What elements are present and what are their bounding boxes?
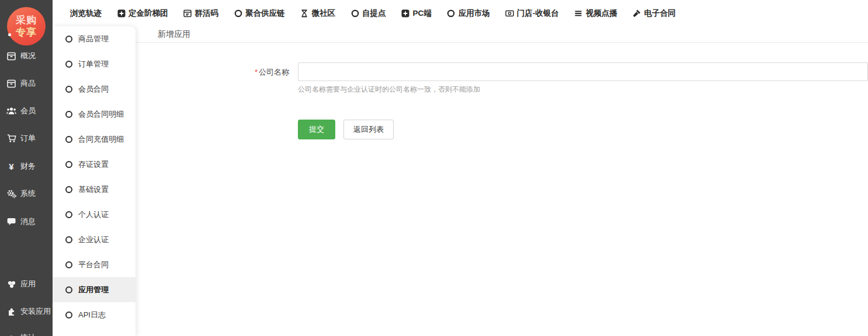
page-title: 新增应用: [136, 26, 868, 43]
submenu-item-label: 合同充值明细: [78, 134, 124, 145]
sidebar-item-label: 订单: [20, 133, 36, 144]
sidebar-item-label: 统计: [20, 332, 36, 336]
submenu-item-member-contract-detail[interactable]: 会员合同明细: [53, 102, 136, 127]
submenu-item-label: API日志: [78, 310, 106, 320]
store-logo: 采购 专享: [7, 7, 46, 46]
stats-icon: [6, 333, 16, 336]
nav-item-label: 自提点: [362, 8, 386, 19]
company-name-form-row: *公司名称 公司名称需要与企业认证时的公司名称一致，否则不能添加: [136, 62, 868, 94]
nav-item-label: 视频点播: [586, 8, 617, 19]
submenu-item-label: 个人认证: [78, 209, 109, 220]
nav-item-video-on-demand[interactable]: 视频点播: [574, 8, 617, 19]
radio-circle-icon: [65, 261, 72, 268]
submenu-item-label: 平台合同: [78, 260, 109, 270]
sidebar-item-finance[interactable]: ¥ 财务: [0, 160, 53, 173]
sidebar-item-members[interactable]: 会员: [0, 104, 53, 117]
radio-circle-icon: [65, 111, 72, 118]
logo-text-line1: 采购: [16, 14, 37, 26]
sidebar-item-goods[interactable]: 商品: [0, 77, 53, 90]
submenu-item-label: 商品管理: [78, 34, 109, 44]
submit-button[interactable]: 提交: [298, 120, 335, 139]
submenu-item-label: 会员合同明细: [78, 109, 124, 120]
nav-item-pc-portal[interactable]: PC端: [401, 8, 432, 19]
circle-icon: [350, 9, 359, 18]
sidebar-item-orders[interactable]: 订单: [0, 132, 53, 145]
secondary-sidebar: 商品管理 订单管理 会员合同 会员合同明细 合同充值明细 存证设置 基础设置: [53, 26, 136, 336]
radio-circle-icon: [65, 61, 72, 68]
submenu-item-member-contract[interactable]: 会员合同: [53, 76, 136, 102]
sidebar-item-overview[interactable]: 概况: [0, 50, 53, 62]
nav-item-label: 聚合供应链: [245, 8, 285, 19]
gears-icon: [6, 189, 16, 198]
chat-icon: [6, 217, 16, 226]
submenu-item-label: 订单管理: [78, 59, 109, 69]
sidebar-item-label: 概况: [20, 51, 36, 61]
submenu-item-api-log[interactable]: API日志: [53, 302, 136, 327]
submenu-item-contract-recharge-detail[interactable]: 合同充值明细: [53, 127, 136, 152]
cart-icon: [6, 134, 16, 143]
top-navigation: 浏览轨迹 定金阶梯团 群活码 聚合供应链 微社区: [53, 0, 868, 26]
sidebar-item-statistics[interactable]: 统计: [0, 331, 53, 336]
logo-text-line2: 专享: [16, 26, 37, 38]
primary-sidebar: 采购 专享 概况 商品 会员 订单: [0, 0, 53, 336]
sidebar-item-label: 安装应用: [20, 306, 51, 317]
sidebar-item-label: 财务: [20, 161, 36, 172]
register-icon: [505, 9, 514, 18]
radio-circle-icon: [65, 36, 72, 43]
sidebar-item-system[interactable]: 系统: [0, 187, 53, 200]
nav-item-group-qr[interactable]: 群活码: [183, 8, 219, 19]
company-name-label: *公司名称: [136, 62, 289, 94]
radio-circle-icon: [65, 186, 72, 193]
box-icon: [6, 51, 16, 61]
apps-icon: [6, 279, 16, 289]
submenu-item-order-management[interactable]: 订单管理: [53, 51, 136, 76]
hourglass-icon: [300, 9, 309, 18]
nav-item-label: 门店-收银台: [517, 8, 559, 19]
sidebar-item-label: 应用: [20, 279, 36, 289]
main-content: 新增应用 *公司名称 公司名称需要与企业认证时的公司名称一致，否则不能添加 提交…: [136, 26, 868, 336]
box-icon: [6, 79, 16, 88]
nav-item-browse-track[interactable]: 浏览轨迹: [70, 8, 102, 19]
radio-circle-icon: [65, 136, 72, 143]
nav-item-app-market[interactable]: 应用市场: [447, 8, 490, 19]
nav-item-deposit-ladder-group[interactable]: 定金阶梯团: [117, 8, 168, 19]
submenu-item-label: 存证设置: [78, 159, 109, 170]
nav-item-e-contract[interactable]: 电子合同: [633, 8, 676, 19]
sidebar-item-install-apps[interactable]: 安装应用: [0, 305, 53, 318]
submenu-item-label: 基础设置: [78, 184, 109, 195]
nav-item-micro-community[interactable]: 微社区: [300, 8, 336, 19]
nav-item-label: 应用市场: [459, 8, 490, 19]
company-name-field-wrap: 公司名称需要与企业认证时的公司名称一致，否则不能添加: [298, 62, 868, 94]
sidebar-item-apps[interactable]: 应用: [0, 278, 53, 290]
back-to-list-button[interactable]: 返回列表: [343, 120, 394, 139]
submenu-item-label: 企业认证: [78, 235, 109, 245]
submenu-item-label: 会员合同: [78, 84, 109, 94]
yen-icon: ¥: [6, 162, 16, 171]
submenu-item-enterprise-auth[interactable]: 企业认证: [53, 227, 136, 252]
nav-item-pickup-point[interactable]: 自提点: [350, 8, 386, 19]
required-asterisk: *: [255, 68, 258, 76]
submenu-item-platform-contract[interactable]: 平台合同: [53, 252, 136, 277]
submenu-item-app-management[interactable]: 应用管理: [53, 277, 136, 302]
submenu-item-basic-settings[interactable]: 基础设置: [53, 177, 136, 202]
radio-circle-icon: [65, 286, 72, 293]
nav-item-supply-chain[interactable]: 聚合供应链: [234, 8, 285, 19]
form-actions: 提交 返回列表: [298, 120, 868, 139]
nav-item-label: 微社区: [312, 8, 336, 19]
nav-item-label: 浏览轨迹: [70, 8, 102, 19]
radio-circle-icon: [65, 312, 72, 318]
circle-icon: [447, 9, 456, 18]
sidebar-item-messages[interactable]: 消息: [0, 215, 53, 228]
radio-circle-icon: [65, 236, 72, 243]
app-window: 浏览轨迹 定金阶梯团 群活码 聚合供应链 微社区: [0, 0, 868, 336]
radio-circle-icon: [65, 86, 72, 93]
company-name-input[interactable]: [298, 62, 868, 81]
nav-item-label: 电子合同: [644, 8, 676, 19]
submenu-item-personal-auth[interactable]: 个人认证: [53, 202, 136, 227]
radio-circle-icon: [65, 211, 72, 218]
submenu-item-evidence-settings[interactable]: 存证设置: [53, 152, 136, 177]
nav-item-store-cashier[interactable]: 门店-收银台: [505, 8, 559, 19]
submenu-item-goods-management[interactable]: 商品管理: [53, 26, 136, 51]
company-name-helper-text: 公司名称需要与企业认证时的公司名称一致，否则不能添加: [298, 85, 868, 94]
plus-square-icon: [117, 9, 126, 18]
